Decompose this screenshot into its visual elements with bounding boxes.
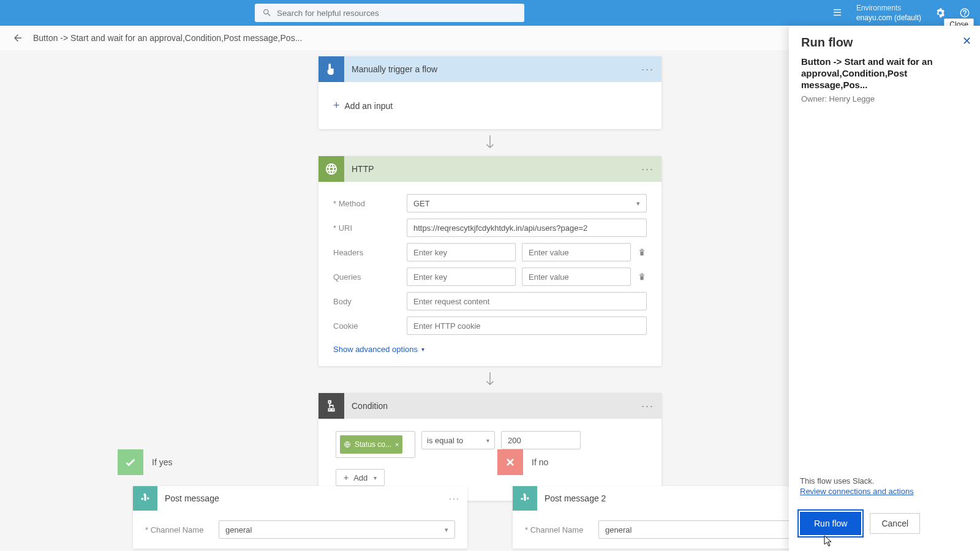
back-icon[interactable]: [12, 32, 23, 43]
method-select[interactable]: GET ▾: [407, 194, 647, 212]
search-input[interactable]: [255, 4, 524, 22]
run-flow-panel: ✕ Run flow Button -> Start and wait for …: [789, 26, 980, 551]
env-label: Environments: [856, 4, 921, 12]
channel-label-yes: Channel Name: [145, 525, 203, 534]
method-label: Method: [333, 199, 365, 208]
branch-no-label: If no: [532, 457, 548, 467]
env-value: enayu.com (default): [856, 13, 921, 22]
query-key-input[interactable]: [407, 268, 516, 286]
slack-icon: [513, 486, 537, 511]
body-input[interactable]: [407, 292, 647, 310]
panel-owner: Owner: Henry Legge: [801, 94, 968, 103]
gear-icon[interactable]: [935, 7, 946, 18]
http-header[interactable]: HTTP ···: [318, 156, 662, 182]
channel-select-yes[interactable]: general ▾: [219, 520, 455, 539]
breadcrumb: Button -> Start and wait for an approval…: [33, 33, 302, 43]
slack-icon: [133, 486, 157, 511]
close-icon[interactable]: ✕: [962, 34, 971, 48]
environment-picker[interactable]: Environments enayu.com (default): [856, 4, 921, 22]
operator-value: is equal to: [427, 436, 463, 445]
http-card: HTTP ··· Method GET ▾ URI: [318, 156, 662, 366]
headers-label: Headers: [333, 248, 407, 257]
condition-header[interactable]: Condition ···: [318, 393, 662, 419]
cookie-label: Cookie: [333, 321, 407, 331]
panel-subtitle: Button -> Start and wait for an approval…: [801, 56, 968, 91]
branch-yes: If yes Post message ··· Channel Name: [118, 449, 483, 549]
query-value-input[interactable]: [522, 268, 631, 286]
globe-icon: [344, 441, 351, 448]
method-value: GET: [413, 199, 430, 208]
check-icon: [118, 449, 143, 475]
channel-value-no: general: [605, 525, 631, 534]
condition-title: Condition: [352, 401, 388, 411]
plus-icon: +: [333, 99, 340, 112]
trigger-menu[interactable]: ···: [641, 63, 654, 76]
post-message-header-yes[interactable]: Post message ···: [133, 486, 467, 511]
condition-value: 200: [508, 436, 521, 445]
finger-icon: [325, 62, 338, 76]
post-message-card-yes: Post message ··· Channel Name general ▾: [133, 486, 467, 549]
post-message-menu-yes[interactable]: ···: [449, 493, 460, 503]
chevron-down-icon: ▾: [486, 437, 489, 444]
remove-token-icon[interactable]: ×: [395, 441, 399, 448]
condition-operator-select[interactable]: is equal to ▾: [421, 431, 495, 449]
http-title: HTTP: [352, 164, 374, 174]
trigger-title: Manually trigger a flow: [352, 64, 437, 74]
trigger-card: Manually trigger a flow ··· + Add an inp…: [318, 56, 662, 129]
channel-label-no: Channel Name: [525, 525, 583, 534]
condition-tile-icon: [318, 393, 344, 419]
condition-menu[interactable]: ···: [641, 400, 654, 413]
chevron-down-icon: ▾: [636, 200, 640, 208]
header-key-input[interactable]: [407, 243, 516, 261]
post-message-title-no: Post message 2: [545, 493, 606, 503]
http-tile-icon: [318, 156, 344, 182]
advanced-label: Show advanced options: [333, 345, 418, 354]
token-label: Status co...: [355, 440, 391, 449]
delete-query-icon[interactable]: [637, 272, 647, 282]
show-advanced-toggle[interactable]: Show advanced options ▾: [333, 345, 424, 354]
branch-icon: [325, 399, 338, 413]
chevron-down-icon: ▾: [421, 346, 424, 353]
environment-icon[interactable]: [832, 7, 843, 18]
review-connections-link[interactable]: Review connections and actions: [800, 487, 914, 496]
condition-right-operand[interactable]: 200: [501, 431, 581, 449]
cookie-input[interactable]: [407, 317, 647, 335]
http-menu[interactable]: ···: [641, 163, 654, 176]
help-icon[interactable]: [959, 7, 970, 18]
branch-yes-label: If yes: [152, 457, 172, 467]
uri-input[interactable]: [407, 219, 647, 237]
add-input-label: Add an input: [345, 101, 393, 111]
header-value-input[interactable]: [522, 243, 631, 261]
post-message-title-yes: Post message: [165, 493, 219, 503]
panel-uses-text: This flow uses Slack.: [800, 476, 969, 485]
body-label: Body: [333, 297, 407, 306]
chevron-down-icon: ▾: [445, 526, 448, 534]
uri-label: URI: [333, 223, 352, 233]
panel-title: Run flow: [801, 36, 968, 50]
search-wrapper: [255, 4, 524, 22]
mouse-cursor: [824, 535, 832, 547]
channel-value-yes: general: [225, 525, 252, 534]
run-flow-button[interactable]: Run flow: [800, 512, 861, 535]
connector-arrow-2: [481, 369, 499, 391]
add-input-button[interactable]: + Add an input: [333, 94, 647, 117]
trigger-header[interactable]: Manually trigger a flow ···: [318, 56, 662, 82]
queries-label: Queries: [333, 272, 407, 282]
connector-arrow-1: [481, 132, 499, 154]
delete-header-icon[interactable]: [637, 247, 647, 257]
topbar: Environments enayu.com (default): [0, 0, 980, 26]
globe-icon: [325, 162, 338, 176]
search-icon: [262, 8, 272, 18]
branch-yes-header: If yes: [118, 449, 483, 475]
cancel-button[interactable]: Cancel: [870, 513, 920, 534]
trigger-tile-icon: [318, 56, 344, 82]
x-icon: [497, 449, 523, 475]
